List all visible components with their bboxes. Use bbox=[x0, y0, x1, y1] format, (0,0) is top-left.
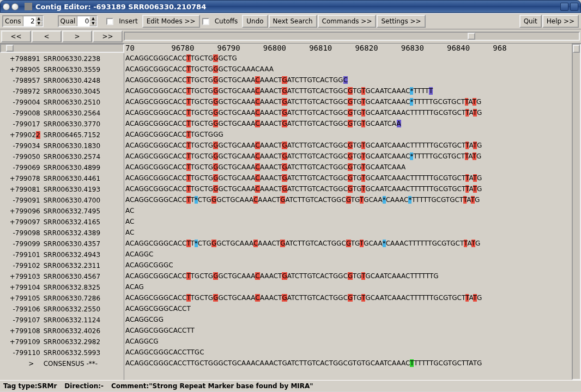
read-row[interactable]: +799078SRR006330.4461 bbox=[0, 173, 124, 184]
read-row[interactable]: -799106SRR006332.2550 bbox=[0, 304, 124, 315]
help-button[interactable]: Help >> bbox=[542, 15, 579, 28]
sequence-row[interactable]: ACAG bbox=[124, 281, 581, 292]
read-row[interactable]: -799004SRR006330.2510 bbox=[0, 97, 124, 108]
sequence-row[interactable]: ACAGGCGGGCACCTTGCTGGGCTGCAAACAAACTGATCTT… bbox=[124, 75, 581, 85]
nav-last-button[interactable]: >> bbox=[93, 30, 123, 42]
insert-button[interactable]: Insert bbox=[115, 15, 141, 27]
sequence-hscroll-thumb[interactable] bbox=[468, 33, 475, 40]
sequence-row[interactable]: ACAGGCGGGCACCTTGCTGGGCTGCAAACAAACTGATCTT… bbox=[124, 151, 581, 162]
read-row[interactable]: -799034SRR006330.1830 bbox=[0, 140, 124, 151]
read-row[interactable]: -799099SRR006330.4357 bbox=[0, 238, 124, 249]
read-row[interactable]: +798905SRR006330.3559 bbox=[0, 64, 124, 75]
read-row[interactable]: -799101SRR006332.4943 bbox=[0, 249, 124, 260]
sequence-row[interactable]: ACAGGCGGGCACCTTGCTGGGCTGCAAACAAACTGATCTT… bbox=[124, 292, 581, 303]
window-maximize-icon[interactable] bbox=[560, 3, 568, 11]
read-row[interactable]: -798972SRR006330.3045 bbox=[0, 86, 124, 97]
sequence-row[interactable]: ACAGGCGGGCACCTT*CTGGGCTGCAAACAAACTGATCTT… bbox=[124, 238, 581, 249]
sequence-row[interactable]: ACAGGCGG bbox=[124, 314, 581, 325]
sequence-row[interactable]: AC bbox=[124, 205, 581, 216]
sequence-row[interactable]: ACAGGCGGGCACCTTGCTGGGCTG bbox=[124, 53, 581, 64]
commands-button[interactable]: Commands >> bbox=[318, 15, 377, 28]
nextsearch-button[interactable]: Next Search bbox=[269, 15, 317, 28]
sequence-row[interactable]: ACAGGCGGGCACCTTGC bbox=[124, 347, 581, 358]
sequence-row[interactable]: ACAGGCGGGCACCTT*CTGGGCTGCAAACAAACTGATCTT… bbox=[124, 194, 581, 205]
sequence-row[interactable]: ACAGGCGGGCACCTTGCTGGGCTGCAAACAAACTGATCTT… bbox=[124, 140, 581, 151]
read-row[interactable]: +799108SRR006332.4026 bbox=[0, 326, 124, 336]
read-row[interactable]: -799017SRR006330.3770 bbox=[0, 119, 124, 130]
sequence-row[interactable]: ACAGGC bbox=[124, 249, 581, 260]
read-id: +799022 bbox=[0, 130, 43, 140]
sequence-row[interactable]: ACAGGCGGGCACCTTGCTGGGCTGCAAACAAACTGATCTT… bbox=[124, 96, 581, 107]
qual-spinner[interactable]: Qual ▲▼ bbox=[58, 15, 98, 27]
read-row[interactable]: +799097SRR006332.4165 bbox=[0, 217, 124, 228]
read-row[interactable]: +799096SRR006332.7495 bbox=[0, 206, 124, 217]
sequence-row[interactable]: ACAGGCGGGCACCTTGCTGGGCTGCAAACAAACTGATCTT… bbox=[124, 183, 581, 194]
sequence-row[interactable]: ACAGGCGGGCACCTTGCTGGGCTGCAAACAAA bbox=[124, 64, 581, 75]
sequence-hscrollbar[interactable] bbox=[124, 32, 580, 41]
read-row[interactable]: -799091SRR006330.4700 bbox=[0, 195, 124, 206]
cons-spinner[interactable]: Cons ▲▼ bbox=[2, 15, 44, 27]
window-restore-icon[interactable] bbox=[570, 3, 578, 11]
sequence-row[interactable]: ACAGGCGGGCACCT bbox=[124, 303, 581, 314]
read-table[interactable]: +798891SRR006330.2238+798905SRR006330.35… bbox=[0, 53, 124, 380]
cons-up-icon[interactable]: ▲ bbox=[35, 16, 43, 21]
nav-next-button[interactable]: > bbox=[62, 30, 92, 42]
read-row[interactable]: -799102SRR006332.2311 bbox=[0, 260, 124, 271]
read-id: +799081 bbox=[0, 184, 43, 195]
read-row[interactable]: -799069SRR006330.4899 bbox=[0, 162, 124, 173]
sequence-row[interactable]: ACAGGCGGGCACCTTGCTGGGCTGCAAACAAACTGATCTT… bbox=[124, 271, 581, 281]
read-row[interactable]: +799081SRR006330.4193 bbox=[0, 184, 124, 195]
readlist-hscrollbar[interactable] bbox=[0, 44, 124, 53]
read-row[interactable]: -799107SRR006332.1124 bbox=[0, 315, 124, 326]
cutoffs-checkbox[interactable] bbox=[202, 18, 209, 25]
sequence-vscroll-thumb[interactable] bbox=[573, 45, 580, 53]
read-name: SRR006332.4026 bbox=[43, 326, 124, 336]
editmodes-button[interactable]: Edit Modes >> bbox=[142, 15, 200, 28]
cons-input[interactable] bbox=[23, 17, 35, 26]
read-row[interactable]: -798957SRR006330.4248 bbox=[0, 75, 124, 86]
read-row[interactable]: > CONSENSUS -**- bbox=[0, 358, 124, 369]
read-row[interactable]: -799008SRR006330.2564 bbox=[0, 108, 124, 119]
read-row[interactable]: +799104SRR006332.8325 bbox=[0, 282, 124, 293]
read-row[interactable]: +799109SRR006332.2982 bbox=[0, 336, 124, 347]
cons-down-icon[interactable]: ▼ bbox=[35, 21, 43, 26]
nav-first-button[interactable]: << bbox=[1, 30, 31, 42]
sequence-row[interactable]: ACAGGCGGGC bbox=[124, 260, 581, 271]
sequence-row[interactable]: ACAGGCGGGCACCTTGCTGGGCTGCAAACAAACTGATCTT… bbox=[124, 358, 581, 369]
sequence-row[interactable]: AC bbox=[124, 216, 581, 227]
sequence-row[interactable]: ACAGGCGGGCACCTTGCTGGGCTGCAAACAAACTGATCTT… bbox=[124, 162, 581, 173]
cutoffs-button[interactable]: Cutoffs bbox=[211, 15, 242, 27]
read-id: +799104 bbox=[0, 282, 43, 293]
readlist-hscroll-thumb[interactable] bbox=[6, 45, 14, 52]
read-row[interactable]: +799103SRR006330.4567 bbox=[0, 271, 124, 282]
undo-button[interactable]: Undo bbox=[242, 15, 268, 28]
qual-input[interactable] bbox=[77, 17, 89, 26]
sequence-row[interactable]: ACAGGCGGGCACCTTGCTGGG bbox=[124, 129, 581, 140]
qual-label: Qual bbox=[59, 16, 78, 26]
read-row[interactable]: +799105SRR006330.7286 bbox=[0, 293, 124, 304]
sequence-rows[interactable]: ACAGGCGGGCACCTTGCTGGGCTGACAGGCGGGCACCTTG… bbox=[124, 53, 581, 380]
settings-button[interactable]: Settings >> bbox=[377, 15, 425, 28]
read-row[interactable]: +798891SRR006330.2238 bbox=[0, 53, 124, 64]
insert-checkbox[interactable] bbox=[106, 18, 113, 25]
sequence-row[interactable]: ACAGGCGGGCACCTTGCTGGGCTGCAAACAAACTGATCTT… bbox=[124, 118, 581, 129]
sequence-row[interactable]: ACAGGCGGGCACCTTGCTGGGCTGCAAACAAACTGATCTT… bbox=[124, 85, 581, 96]
read-row[interactable]: -799098SRR006332.4389 bbox=[0, 228, 124, 238]
sequence-row[interactable]: AC bbox=[124, 227, 581, 238]
sequence-row[interactable]: ACAGGCGGGCACCTT bbox=[124, 325, 581, 336]
quit-button[interactable]: Quit bbox=[519, 15, 542, 28]
qual-down-icon[interactable]: ▼ bbox=[89, 21, 96, 26]
sequence-row[interactable]: ACAGGCGGGCACCTTGCTGGGCTGCAAACAAACTGATCTT… bbox=[124, 107, 581, 118]
window-close-icon[interactable] bbox=[3, 3, 10, 10]
read-row[interactable]: -799050SRR006330.2574 bbox=[0, 151, 124, 162]
sequence-vscrollbar[interactable] bbox=[572, 44, 581, 380]
read-name: SRR006330.4193 bbox=[43, 184, 124, 195]
window-min-icon[interactable] bbox=[11, 3, 19, 10]
read-row[interactable]: +799022SRR006465.7152 bbox=[0, 130, 124, 140]
qual-up-icon[interactable]: ▲ bbox=[89, 16, 96, 21]
status-comment: Comment:"Strong Repeat Marker base found… bbox=[111, 382, 313, 390]
nav-prev-button[interactable]: < bbox=[32, 30, 62, 42]
read-row[interactable]: -799110SRR006332.5993 bbox=[0, 347, 124, 358]
sequence-row[interactable]: ACAGGCG bbox=[124, 336, 581, 347]
sequence-row[interactable]: ACAGGCGGGCACCTTGCTGGGCTGCAAACAAACTGATCTT… bbox=[124, 173, 581, 183]
